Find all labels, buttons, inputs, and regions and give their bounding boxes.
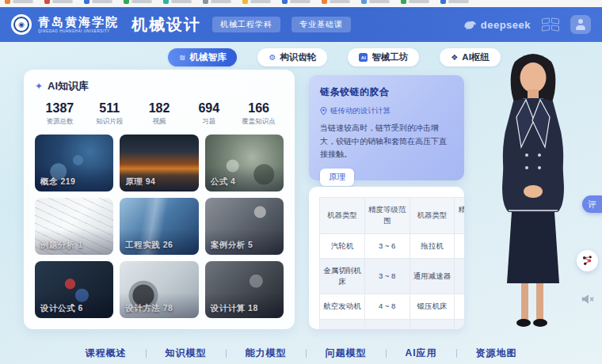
tab-smart-workshop[interactable]: AI 智械工坊 (348, 48, 419, 66)
table-cell: 3 ~ 8 (364, 258, 410, 294)
tile-example-analysis[interactable]: 例题分析 1 (35, 198, 113, 255)
evaluate-button-label: 评 (588, 199, 596, 210)
footer-item-problem-model[interactable]: 问题模型 (307, 347, 386, 360)
footer-item-course-overview[interactable]: 课程概述 (67, 347, 146, 360)
bookmark-item[interactable] (163, 0, 192, 4)
bookmark-item[interactable] (242, 0, 271, 4)
browser-bookmarks-bar (0, 0, 602, 7)
header-right: deepseek (463, 15, 591, 34)
bookmark-favicon (361, 0, 367, 4)
stat-label: 习题 (184, 117, 234, 127)
bookmark-item[interactable] (5, 0, 33, 4)
gear-icon: ⚙ (269, 54, 276, 62)
bookmark-favicon (124, 0, 129, 4)
deepseek-wordmark: deepseek (481, 19, 531, 31)
table-cell: 6 (455, 233, 464, 258)
knowledge-tile-grid: 概念 219 原理 94 公式 4 例题分析 1 工程实践 26 案例分析 5 … (35, 135, 284, 318)
tile-design-calculations[interactable]: 设计计算 18 (205, 261, 284, 318)
stat-label: 资源总数 (35, 117, 85, 127)
university-logo: ◉ (11, 14, 32, 35)
table-cell: 锻压机床 (410, 294, 455, 319)
footer-item-ai-application[interactable]: AI应用 (387, 347, 456, 360)
bookmark-favicon (84, 0, 90, 4)
tile-label: 工程实践 26 (125, 240, 173, 251)
stat-value: 166 (234, 101, 284, 116)
knowledge-graph-floating-button[interactable] (577, 250, 598, 271)
stack-icon: ≋ (179, 54, 185, 62)
bookmark-favicon (5, 0, 10, 4)
tile-label: 公式 4 (211, 176, 236, 188)
table-cell: 金属切削机床 (320, 258, 365, 294)
table-cell (364, 319, 410, 329)
stat-resources: 1387 资源总数 (35, 101, 85, 127)
bookmark-favicon (440, 0, 446, 4)
bookmark-item[interactable] (440, 0, 469, 4)
knowledge-base-stats: 1387 资源总数 511 知识片段 182 视频 694 习题 166 覆盖知… (35, 101, 284, 127)
knowledge-base-header: ✦ AI知识库 (35, 79, 284, 93)
table-cell: 汽轮机 (320, 233, 365, 258)
bookmark-item[interactable] (203, 0, 231, 4)
bookmark-item[interactable] (124, 0, 152, 4)
user-avatar-button[interactable] (570, 15, 591, 34)
bookmark-item[interactable] (361, 0, 390, 4)
tile-design-methods[interactable]: 设计方法 78 (120, 261, 198, 318)
table-row: 金属切削机床 3 ~ 8 通用减速器 6 (320, 258, 465, 294)
apps-grid-icon[interactable] (542, 18, 559, 31)
column-header: 精度等级范围 (364, 198, 410, 234)
evaluate-floating-button[interactable]: 评 (582, 195, 602, 213)
university-name-en: QINGDAO HUANGHAI UNIVERSITY (38, 29, 119, 33)
bookmark-favicon (44, 0, 50, 4)
tile-principles[interactable]: 原理 94 (120, 135, 198, 191)
table-row: 汽轮机 3 ~ 6 拖拉机 6 (320, 233, 465, 258)
precision-table-card: 机器类型 精度等级范围 机器类型 精度等级范围 汽轮机 3 ~ 6 拖拉机 6 … (309, 187, 464, 329)
bookmark-item[interactable] (322, 0, 350, 4)
stat-value: 1387 (35, 101, 85, 116)
column-header: 机器类型 (410, 198, 455, 234)
stat-value: 694 (184, 101, 234, 116)
ai-knowledge-base-card: ✦ AI知识库 1387 资源总数 511 知识片段 182 视频 694 习题… (24, 70, 295, 329)
stat-label: 覆盖知识点 (234, 117, 284, 127)
bookmark-item[interactable] (401, 0, 429, 4)
tab-gear-knowledge[interactable]: ⚙ 构识齿轮 (257, 48, 327, 66)
table-cell (455, 319, 464, 329)
university-name: 青岛黄海学院 QINGDAO HUANGHAI UNIVERSITY (38, 16, 119, 33)
bookmark-favicon (242, 0, 248, 4)
app-header: ◉ 青岛黄海学院 QINGDAO HUANGHAI UNIVERSITY 机械设… (0, 7, 602, 42)
bookmark-item[interactable] (84, 0, 112, 4)
precision-grade-table: 机器类型 精度等级范围 机器类型 精度等级范围 汽轮机 3 ~ 6 拖拉机 6 … (319, 197, 464, 329)
tile-design-formulas[interactable]: 设计公式 6 (35, 261, 113, 318)
virtual-teacher-avatar (482, 44, 585, 334)
stat-knowledge-points: 166 覆盖知识点 (234, 101, 284, 127)
principle-button[interactable]: 原理 (320, 169, 354, 186)
footer-item-resource-map[interactable]: 资源地图 (457, 347, 536, 360)
tile-concepts[interactable]: 概念 219 (35, 135, 113, 191)
sparkle-icon: ✦ (35, 81, 43, 92)
mute-speaker-button[interactable] (581, 293, 595, 305)
page-title: 机械设计 (131, 14, 201, 36)
stat-label: 视频 (135, 117, 185, 127)
tile-case-analysis[interactable]: 案例分析 5 (205, 198, 284, 255)
topic-tag[interactable]: 链传动的设计计算 (320, 106, 453, 116)
bookmark-item[interactable] (282, 0, 311, 4)
tab-label: 机械智库 (189, 51, 226, 63)
table-row (320, 319, 465, 329)
bookmark-favicon (203, 0, 208, 4)
table-cell: 6 (455, 294, 464, 319)
bookmark-favicon (401, 0, 406, 4)
tile-formulas[interactable]: 公式 4 (205, 135, 284, 191)
tile-label: 设计计算 18 (211, 303, 258, 314)
stat-exercises: 694 习题 (184, 101, 234, 127)
bookmark-item[interactable] (44, 0, 73, 4)
table-cell: 6 (455, 258, 464, 294)
table-cell: 3 ~ 6 (364, 233, 410, 258)
table-cell: 航空发动机 (320, 294, 365, 319)
tab-machine-think-tank[interactable]: ≋ 机械智库 (168, 48, 237, 66)
tile-label: 设计方法 78 (125, 303, 173, 314)
table-cell: 通用减速器 (410, 258, 455, 294)
tile-label: 例题分析 1 (40, 240, 83, 251)
bookmark-favicon (163, 0, 169, 4)
topic-description: 当链速较高时，链节受到的冲击增大，铰链中的销轴和套筒在高压下直接接触。 (320, 122, 453, 161)
tile-engineering-practice[interactable]: 工程实践 26 (120, 198, 198, 255)
footer-item-ability-model[interactable]: 能力模型 (227, 347, 306, 360)
footer-item-knowledge-model[interactable]: 知识模型 (147, 347, 226, 360)
